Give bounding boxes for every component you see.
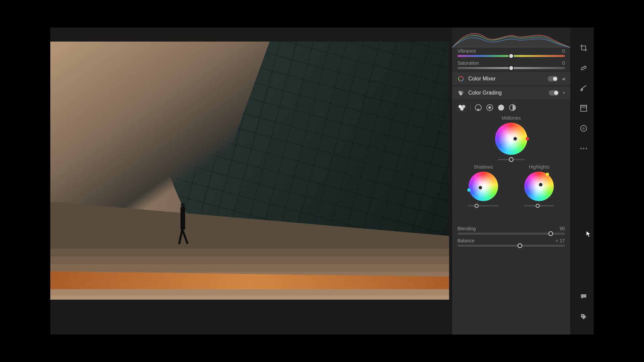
view-midtones-icon[interactable] — [486, 104, 493, 111]
app-window: Vibrance 0 Saturation 0 Color Mixer — [50, 27, 594, 335]
shadows-edge-dot — [467, 188, 471, 192]
color-mixer-icon — [458, 75, 464, 82]
svg-point-21 — [583, 148, 584, 149]
photo-person — [178, 203, 188, 243]
image-preview[interactable] — [50, 42, 449, 300]
midtones-luminance-knob[interactable] — [509, 157, 514, 162]
tag-icon[interactable] — [579, 312, 588, 321]
saturation-row: Saturation 0 — [452, 60, 570, 72]
vibrance-label: Vibrance — [458, 48, 476, 54]
color-grading-view-row — [452, 100, 570, 113]
shadows-wheel[interactable] — [469, 172, 498, 201]
view-highlights-icon[interactable] — [497, 104, 505, 111]
shadows-luminance-knob[interactable] — [475, 204, 479, 208]
svg-point-20 — [580, 148, 582, 149]
divider — [470, 104, 471, 111]
svg-point-22 — [586, 148, 587, 149]
svg-point-19 — [582, 127, 585, 130]
color-grading-title: Color Grading — [468, 90, 545, 96]
color-grading-header[interactable]: Color Grading ▾ — [452, 86, 570, 100]
view-global-icon[interactable] — [509, 104, 516, 111]
saturation-value: 0 — [562, 60, 565, 66]
blending-slider[interactable] — [458, 233, 565, 235]
color-mixer-chevron-icon[interactable]: ◀ — [562, 76, 565, 81]
linear-gradient-icon[interactable] — [579, 104, 588, 113]
balance-knob[interactable] — [518, 243, 522, 248]
saturation-label: Saturation — [458, 60, 479, 66]
color-mixer-title: Color Mixer — [468, 76, 544, 82]
vibrance-slider[interactable] — [458, 55, 565, 57]
highlights-label: Highlights — [529, 164, 549, 170]
balance-value: + 17 — [555, 238, 565, 243]
color-grading-icon — [458, 89, 464, 96]
blending-knob[interactable] — [548, 231, 553, 236]
histogram[interactable] — [452, 27, 570, 48]
shadows-luminance-slider[interactable] — [468, 205, 498, 206]
edit-panel: Vibrance 0 Saturation 0 Color Mixer — [452, 27, 570, 335]
svg-point-12 — [488, 106, 491, 109]
svg-rect-17 — [581, 105, 587, 108]
svg-point-23 — [582, 315, 583, 316]
more-icon[interactable] — [579, 144, 588, 153]
radial-gradient-icon[interactable] — [579, 124, 588, 133]
crop-icon[interactable] — [579, 44, 588, 52]
color-grading-chevron-icon[interactable]: ▾ — [563, 90, 565, 95]
comments-icon[interactable] — [579, 292, 588, 301]
highlights-wheel[interactable] — [524, 172, 554, 201]
color-grading-toggle[interactable] — [549, 90, 559, 96]
view-three-way-icon[interactable] — [458, 104, 466, 111]
color-mixer-header[interactable]: Color Mixer ◀ — [452, 72, 570, 86]
svg-rect-15 — [581, 66, 587, 70]
highlights-luminance-slider[interactable] — [524, 205, 554, 206]
brush-icon[interactable] — [579, 84, 588, 93]
midtones-label: Midtones — [502, 115, 521, 121]
cursor-icon — [586, 231, 591, 237]
svg-point-5 — [460, 93, 463, 96]
color-wheels: Midtones Shadows — [452, 113, 570, 206]
highlights-marker[interactable] — [538, 182, 543, 187]
highlights-luminance-knob[interactable] — [536, 204, 540, 208]
vibrance-value: 0 — [562, 48, 565, 54]
shadows-marker[interactable] — [478, 185, 483, 190]
blending-row: Blending 90 — [452, 225, 570, 237]
shadows-label: Shadows — [474, 164, 493, 170]
healing-icon[interactable] — [579, 64, 588, 72]
midtones-marker[interactable] — [513, 136, 518, 141]
blending-label: Blending — [458, 226, 476, 231]
vibrance-knob[interactable] — [508, 53, 514, 59]
midtones-luminance-slider[interactable] — [498, 159, 525, 160]
view-shadows-icon[interactable] — [475, 104, 482, 111]
color-mixer-toggle[interactable] — [548, 76, 558, 81]
vibrance-row: Vibrance 0 — [452, 48, 570, 60]
midtones-edge-dot — [526, 137, 529, 140]
balance-row: Balance + 17 — [452, 237, 570, 249]
saturation-slider[interactable] — [458, 67, 565, 69]
saturation-knob[interactable] — [508, 65, 514, 71]
highlights-edge-dot — [546, 173, 549, 176]
balance-slider[interactable] — [458, 245, 565, 247]
midtones-wheel[interactable] — [495, 123, 527, 155]
svg-point-10 — [477, 109, 479, 111]
blending-value: 90 — [559, 226, 565, 231]
tool-rail — [574, 27, 594, 335]
svg-point-13 — [498, 105, 504, 111]
balance-label: Balance — [458, 238, 475, 243]
svg-point-8 — [460, 107, 464, 111]
